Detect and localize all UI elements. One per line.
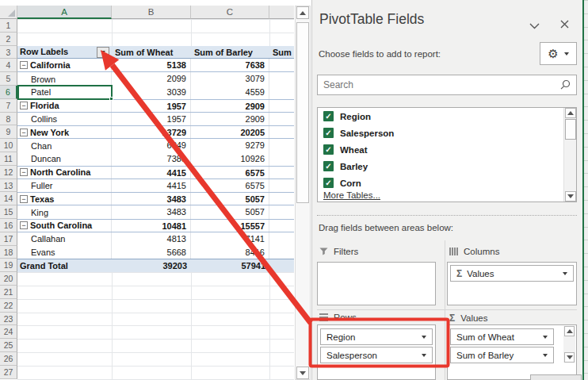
pivot-cell-wheat[interactable]: 3483 (112, 193, 191, 205)
pivot-cell-label[interactable]: Collins (17, 113, 112, 126)
rows-pill-salesperson[interactable]: Salesperson (320, 347, 433, 363)
row-header[interactable]: 14 (0, 192, 17, 205)
search-box[interactable] (317, 75, 577, 95)
scroll-up-button[interactable] (565, 108, 576, 118)
row-header[interactable]: 11 (0, 152, 17, 166)
pivot-cell-barley[interactable]: 3079 (191, 72, 269, 86)
dropdown-icon[interactable] (563, 272, 567, 275)
pivot-cell-barley[interactable]: 2909 (191, 100, 269, 112)
row-header[interactable]: 17 (0, 232, 17, 246)
pivot-cell-barley[interactable]: 7638 (191, 59, 269, 71)
scroll-down-button[interactable] (564, 352, 575, 363)
dropdown-icon[interactable] (422, 336, 426, 339)
row-header[interactable]: 2 (0, 33, 17, 46)
scrollbar-thumb[interactable] (565, 119, 576, 140)
field-item[interactable]: ✓Salesperson (318, 125, 576, 141)
column-header-d[interactable] (269, 6, 294, 19)
row-labels-filter-button[interactable] (97, 47, 109, 58)
collapse-icon[interactable]: − (20, 129, 28, 136)
dropdown-icon[interactable] (422, 354, 426, 357)
row-header[interactable]: 7 (0, 99, 17, 113)
pivot-cell-wheat[interactable]: 5668 (112, 246, 191, 259)
pivot-cell-wheat[interactable]: 5138 (112, 59, 191, 71)
columns-drop-area[interactable]: Σ Values (447, 262, 577, 305)
pivot-cell-wheat[interactable]: 10481 (112, 220, 191, 232)
pivot-cell-wheat[interactable]: 1957 (112, 113, 191, 126)
tools-button[interactable]: ⚙ (540, 42, 577, 65)
row-header[interactable]: 1 (0, 19, 17, 33)
field-item[interactable]: ✓Barley (318, 158, 576, 175)
row-header[interactable]: 13 (0, 179, 17, 193)
checkbox-checked-icon[interactable]: ✓ (323, 111, 334, 121)
scroll-down-button[interactable] (296, 367, 309, 379)
values-pill-barley[interactable]: Sum of Barley (450, 347, 554, 363)
pivot-cell-wheat[interactable]: 2099 (112, 72, 191, 86)
pivot-cell-wheat[interactable]: 39203 (112, 259, 191, 272)
values-pill-wheat[interactable]: Sum of Wheat (450, 328, 554, 345)
pivot-cell-label[interactable]: Fuller (17, 179, 112, 193)
pivot-header-row-labels[interactable]: Row Labels (17, 46, 112, 59)
row-header[interactable]: 10 (0, 139, 17, 152)
row-header[interactable]: 3 (0, 46, 17, 59)
pivot-cell-label[interactable]: Grand Total (17, 259, 112, 272)
pivot-header-barley[interactable]: Sum of Barley (191, 46, 269, 59)
collapse-icon[interactable]: − (20, 195, 28, 203)
row-header[interactable]: 21 (0, 286, 17, 299)
column-header-b[interactable]: B (112, 6, 191, 19)
scroll-up-button[interactable] (296, 6, 309, 19)
values-drop-area[interactable]: Sum of Wheat Sum of Barley (447, 324, 577, 380)
checkbox-checked-icon[interactable]: ✓ (323, 144, 334, 155)
pivot-cell-wheat[interactable]: 4813 (112, 232, 191, 246)
checkbox-checked-icon[interactable]: ✓ (323, 128, 334, 138)
row-header[interactable]: 15 (0, 205, 17, 219)
columns-values-pill[interactable]: Σ Values (450, 265, 574, 282)
field-list-scrollbar[interactable] (563, 108, 576, 202)
pivot-cell-wheat[interactable]: 4415 (112, 167, 191, 178)
scrollbar-thumb[interactable] (296, 22, 309, 203)
pivot-cell-wheat[interactable]: 3039 (112, 86, 191, 99)
row-header[interactable]: 26 (0, 352, 17, 366)
fill-handle[interactable] (109, 97, 113, 101)
field-item[interactable]: ✓Region (318, 108, 576, 125)
pivot-cell-wheat[interactable]: 13729 (112, 126, 191, 138)
row-header[interactable]: 9 (0, 125, 17, 139)
collapse-icon[interactable]: − (20, 168, 28, 176)
field-item[interactable]: ✓Wheat (318, 141, 576, 158)
pivot-cell-barley[interactable]: 20205 (191, 126, 269, 138)
row-header[interactable]: 22 (0, 299, 17, 313)
pivot-cell-wheat[interactable]: 1957 (112, 100, 191, 112)
values-area-scrollbar[interactable] (563, 326, 575, 363)
pivot-cell-label[interactable]: Chan (17, 139, 112, 152)
checkbox-checked-icon[interactable]: ✓ (323, 178, 334, 188)
more-tables-link[interactable]: More Tables... (323, 190, 380, 200)
row-header[interactable]: 19 (0, 259, 17, 272)
filters-drop-area[interactable] (317, 262, 436, 305)
collapse-icon[interactable]: − (20, 61, 28, 69)
pivot-cell-label[interactable]: −California (17, 59, 112, 71)
row-header[interactable]: 24 (0, 325, 17, 339)
pivot-cell-label[interactable]: −South Carolina (17, 220, 112, 232)
close-icon[interactable] (560, 20, 569, 30)
pivot-header-partial[interactable]: Sum (269, 46, 294, 59)
rows-pill-region[interactable]: Region (320, 328, 433, 345)
pivot-cell-barley[interactable]: 5057 (191, 193, 269, 205)
pivot-cell-label[interactable]: Callahan (17, 232, 112, 246)
pivot-cell-barley[interactable]: 2909 (191, 113, 269, 126)
pivot-cell-barley[interactable]: 8416 (191, 246, 269, 259)
pivot-cell-wheat[interactable]: 7380 (112, 152, 191, 166)
pivot-header-wheat[interactable]: Sum of Wheat (112, 46, 191, 59)
collapse-icon[interactable]: − (20, 221, 28, 229)
row-header[interactable]: 4 (0, 59, 17, 72)
scroll-up-button[interactable] (564, 326, 575, 336)
row-header[interactable]: 5 (0, 72, 17, 86)
pivot-cell-barley[interactable]: 4559 (191, 86, 269, 99)
pivot-cell-barley[interactable]: 57941 (191, 259, 269, 272)
pivot-cell-label[interactable]: Duncan (17, 152, 112, 166)
row-header[interactable]: 25 (0, 339, 17, 352)
collapse-icon[interactable]: − (20, 102, 28, 109)
sheet-vertical-scrollbar[interactable] (295, 6, 311, 380)
chevron-down-icon[interactable] (529, 21, 540, 31)
pivot-cell-barley[interactable]: 7141 (191, 232, 269, 246)
scroll-down-button[interactable] (565, 191, 576, 202)
row-header[interactable]: 23 (0, 313, 17, 326)
